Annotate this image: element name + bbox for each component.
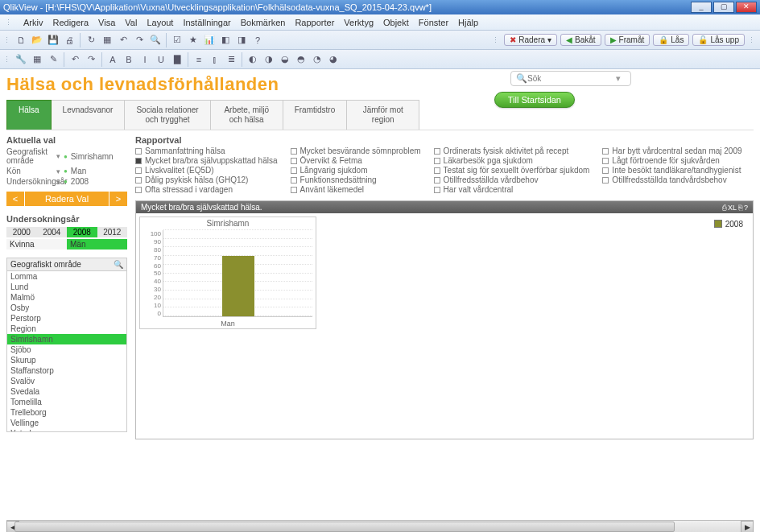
- gender-man[interactable]: Män: [67, 239, 127, 250]
- geo-item[interactable]: Lund: [7, 282, 126, 292]
- geo-item[interactable]: Osby: [7, 303, 126, 313]
- search-icon[interactable]: 🔍: [114, 260, 123, 269]
- bold-icon[interactable]: B: [122, 52, 136, 67]
- tab-sociala[interactable]: Sociala relationer och trygghet: [125, 100, 210, 130]
- geo-item[interactable]: Ystad: [7, 428, 126, 432]
- align-right-icon[interactable]: ≣: [224, 52, 238, 67]
- menu-verktyg[interactable]: Verktyg: [344, 18, 374, 27]
- help-icon[interactable]: ?: [250, 33, 265, 47]
- geo-item[interactable]: Malmö: [7, 292, 126, 303]
- open-icon[interactable]: 📂: [30, 33, 44, 47]
- rapportval-option[interactable]: Mycket bra/bra självuppskattad hälsa: [135, 156, 278, 165]
- redo-icon[interactable]: ↷: [132, 33, 147, 47]
- rapportval-option[interactable]: Har bytt vårdcentral sedan maj 2009: [602, 146, 741, 155]
- menu-bokmarken[interactable]: Bokmärken: [241, 18, 286, 27]
- bakat-button[interactable]: ◀Bakåt: [560, 34, 601, 46]
- rapportval-option[interactable]: Långvarig sjukdom: [291, 166, 421, 175]
- geo-item[interactable]: Skurup: [7, 355, 126, 365]
- format-icon[interactable]: A: [105, 52, 120, 67]
- rapportval-option[interactable]: Ofta stressad i vardagen: [135, 185, 278, 194]
- align-center-icon[interactable]: ⫿: [208, 52, 222, 67]
- rapportval-option[interactable]: Testat sig för sexuellt överförbar sjukd…: [434, 166, 590, 175]
- year-2004[interactable]: 2004: [37, 227, 68, 237]
- tab-arbete[interactable]: Arbete, miljö och hälsa: [211, 100, 283, 130]
- menu-val[interactable]: Val: [125, 18, 137, 27]
- rapportval-option[interactable]: Otillfredsställda vårdbehov: [434, 175, 590, 184]
- geo-item[interactable]: Region: [7, 324, 126, 334]
- undo2-icon[interactable]: ↶: [68, 52, 82, 67]
- align-left-icon[interactable]: ≡: [192, 52, 206, 67]
- filter-icon[interactable]: ▾: [56, 167, 60, 175]
- filter-icon[interactable]: ▾: [56, 178, 60, 186]
- tab-jamfor[interactable]: Jämför mot region: [347, 100, 419, 130]
- chart-icon[interactable]: 📊: [202, 33, 217, 47]
- rapportval-option[interactable]: Inte besökt tandläkare/tandhygienist: [602, 166, 741, 175]
- underline-icon[interactable]: U: [154, 52, 168, 67]
- menu-visa[interactable]: Visa: [98, 18, 115, 27]
- rapportval-option[interactable]: Dålig psykisk hälsa (GHQ12): [135, 175, 278, 184]
- obj1-icon[interactable]: ◐: [246, 52, 260, 67]
- minimize-button[interactable]: _: [691, 2, 712, 13]
- year-2000[interactable]: 2000: [6, 227, 37, 237]
- year-2012[interactable]: 2012: [97, 227, 128, 237]
- geo-item[interactable]: Trelleborg: [7, 407, 126, 418]
- reload-icon[interactable]: ↻: [84, 33, 98, 47]
- next-button[interactable]: >: [109, 192, 127, 206]
- chart-plot-area[interactable]: Simrishamn 1009080706050403020100 Man: [139, 217, 316, 329]
- prev-button[interactable]: <: [6, 192, 24, 206]
- menu-layout[interactable]: Layout: [147, 18, 173, 27]
- geo-item[interactable]: Tomelilla: [7, 397, 126, 407]
- geo-item[interactable]: Svalöv: [7, 376, 126, 386]
- las-upp-button[interactable]: 🔓Lås upp: [692, 34, 745, 46]
- search-icon[interactable]: 🔍: [148, 33, 163, 47]
- tab-levnadsvanor[interactable]: Levnadsvanor: [52, 100, 126, 130]
- geo-item[interactable]: Lomma: [7, 271, 126, 282]
- chart-excel-icon[interactable]: XL: [728, 204, 737, 212]
- year-2008[interactable]: 2008: [67, 227, 97, 237]
- undo-icon[interactable]: ↶: [116, 33, 130, 47]
- maximize-button[interactable]: ▢: [713, 2, 734, 13]
- design-icon[interactable]: 🔧: [14, 52, 28, 67]
- rapportval-option[interactable]: Ordinerats fysisk aktivitet på recept: [434, 146, 590, 155]
- geografiskt-header[interactable]: Geografiskt område 🔍: [6, 258, 127, 271]
- menu-arkiv[interactable]: Arkiv: [23, 18, 43, 27]
- obj2-icon[interactable]: ◑: [262, 52, 276, 67]
- rapportval-option[interactable]: Lågt förtroende för sjukvården: [602, 156, 741, 165]
- gender-kvinna[interactable]: Kvinna: [6, 239, 67, 250]
- scroll-right-button[interactable]: ▶: [741, 521, 754, 532]
- radera-val-button[interactable]: Radera Val: [24, 192, 109, 206]
- geo-item[interactable]: Staffanstorp: [7, 365, 126, 376]
- grid-icon[interactable]: ▦: [30, 52, 44, 67]
- bookmark-icon[interactable]: ★: [186, 33, 200, 47]
- rapportval-option[interactable]: Har valt vårdcentral: [434, 185, 590, 194]
- chart-help-icon[interactable]: ?: [744, 204, 748, 212]
- geo-item[interactable]: Simrishamn: [7, 334, 126, 344]
- tab-halsa[interactable]: Hälsa: [6, 100, 52, 130]
- print-icon[interactable]: 🖨: [62, 33, 76, 47]
- till-startsidan-button[interactable]: Till Startsidan: [494, 92, 575, 108]
- filter-icon[interactable]: ▾: [56, 152, 60, 160]
- bar[interactable]: [222, 256, 254, 316]
- save-icon[interactable]: 💾: [46, 33, 60, 47]
- geo-item[interactable]: Perstorp: [7, 313, 126, 324]
- menu-redigera[interactable]: Redigera: [52, 18, 89, 27]
- obj6-icon[interactable]: ◕: [326, 52, 341, 67]
- edit-icon[interactable]: ✎: [46, 52, 60, 67]
- tab-framtidstro[interactable]: Framtidstro: [283, 100, 348, 130]
- obj3-icon[interactable]: ◒: [278, 52, 292, 67]
- menu-installningar[interactable]: Inställningar: [183, 18, 230, 27]
- geo-item[interactable]: Vellinge: [7, 418, 126, 428]
- radera-button[interactable]: ✖Radera ▾: [504, 34, 557, 46]
- rapportval-option[interactable]: Mycket besvärande sömnproblem: [291, 146, 421, 155]
- menu-rapporter[interactable]: Rapporter: [295, 18, 334, 27]
- rapportval-option[interactable]: Livskvalitet (EQ5D): [135, 166, 278, 175]
- menu-objekt[interactable]: Objekt: [383, 18, 409, 27]
- scroll-thumb[interactable]: [14, 522, 675, 532]
- misc-icon[interactable]: ◧: [218, 33, 233, 47]
- rapportval-option[interactable]: Funktionsnedsättning: [291, 175, 421, 184]
- search-input[interactable]: [527, 74, 616, 83]
- geo-item[interactable]: Sjöbo: [7, 344, 126, 355]
- obj5-icon[interactable]: ◔: [310, 52, 324, 67]
- color-icon[interactable]: ▇: [170, 52, 184, 67]
- geografiskt-list[interactable]: LommaLundMalmöOsbyPerstorpRegionSimrisha…: [6, 271, 127, 432]
